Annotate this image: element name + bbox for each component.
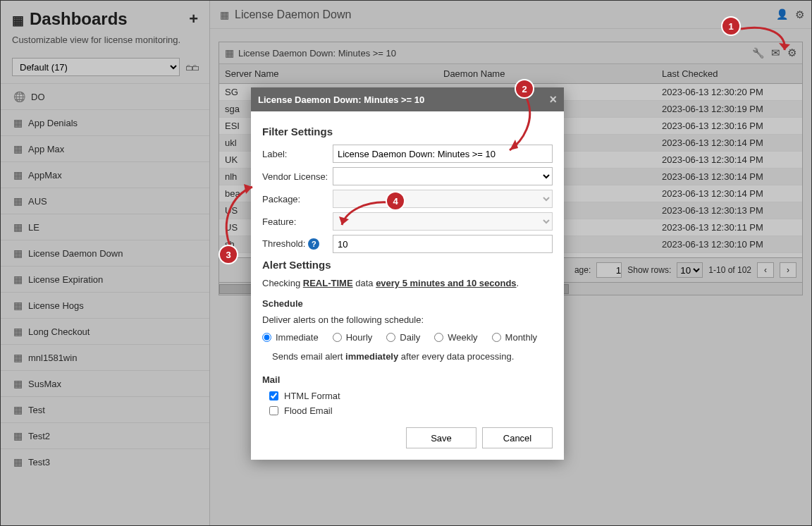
report-icon bbox=[13, 326, 23, 337]
label-label: Label: bbox=[262, 149, 333, 159]
settings-icon[interactable] bbox=[795, 8, 804, 21]
report-icon bbox=[13, 195, 23, 207]
sidebar-item-label: DO bbox=[31, 92, 45, 102]
package-select[interactable] bbox=[333, 190, 553, 208]
alert-heading: Alert Settings bbox=[262, 259, 553, 271]
schedule-option-immediate[interactable]: Immediate bbox=[262, 332, 319, 343]
report-icon bbox=[13, 117, 23, 128]
column-header[interactable]: Server Name bbox=[219, 64, 438, 84]
sidebar-item[interactable]: Test2 bbox=[1, 422, 209, 448]
folders-icon[interactable] bbox=[185, 62, 198, 73]
sidebar-title-text: Dashboards bbox=[30, 9, 128, 29]
mail-icon[interactable] bbox=[771, 47, 780, 59]
sidebar-item-label: License Daemon Down bbox=[28, 248, 123, 259]
schedule-option-daily[interactable]: Daily bbox=[386, 332, 420, 343]
sidebar-item[interactable]: App Denials bbox=[1, 109, 209, 135]
close-icon[interactable]: × bbox=[549, 93, 557, 106]
save-button[interactable]: Save bbox=[406, 427, 476, 448]
sidebar-item[interactable]: LE bbox=[1, 214, 209, 240]
feature-select[interactable] bbox=[333, 212, 553, 231]
mail-heading: Mail bbox=[262, 374, 553, 385]
dashboard-group-select[interactable]: Default (17) bbox=[12, 58, 180, 76]
panel-gear-icon[interactable] bbox=[787, 47, 796, 59]
rows-range: 1-10 of 102 bbox=[708, 265, 751, 275]
report-icon bbox=[13, 378, 23, 389]
help-icon[interactable]: ? bbox=[308, 238, 319, 250]
schedule-desc: Deliver alerts on the following schedule… bbox=[262, 314, 553, 325]
sidebar-item-label: LE bbox=[28, 222, 39, 233]
threshold-input[interactable] bbox=[333, 235, 553, 253]
modal-title: License Daemon Down: Minutes >= 10 bbox=[258, 94, 424, 105]
rows-label: Show rows: bbox=[627, 265, 671, 275]
feature-label: Feature: bbox=[262, 216, 333, 227]
globe-icon bbox=[13, 91, 25, 102]
sidebar-item-label: Test2 bbox=[28, 431, 50, 441]
sidebar-item[interactable]: DO bbox=[1, 83, 209, 109]
report-icon bbox=[220, 8, 229, 21]
panel-title: License Daemon Down: Minutes >= 10 bbox=[238, 48, 396, 59]
column-header[interactable]: Last Checked bbox=[656, 64, 802, 84]
marker-2: 2 bbox=[516, 80, 533, 97]
sidebar-item[interactable]: AUS bbox=[1, 188, 209, 214]
sidebar-item[interactable]: License Expiration bbox=[1, 266, 209, 292]
vendor-label: Vendor License: bbox=[262, 171, 333, 182]
page-title: License Daemon Down bbox=[235, 8, 351, 21]
user-icon[interactable] bbox=[776, 8, 788, 21]
label-input[interactable] bbox=[333, 145, 553, 163]
table-icon bbox=[225, 47, 234, 59]
report-icon bbox=[13, 352, 23, 363]
page-input[interactable] bbox=[596, 262, 622, 278]
sidebar-item-label: License Hogs bbox=[28, 300, 84, 311]
sidebar-item[interactable]: AppMax bbox=[1, 161, 209, 188]
main-header: License Daemon Down bbox=[210, 1, 811, 29]
report-icon bbox=[13, 404, 23, 415]
report-icon bbox=[13, 274, 23, 285]
vendor-select[interactable] bbox=[333, 167, 553, 185]
sidebar-item[interactable]: App Max bbox=[1, 135, 209, 161]
sidebar-item[interactable]: Test3 bbox=[1, 448, 209, 475]
marker-4: 4 bbox=[387, 192, 404, 209]
page-label: age: bbox=[574, 265, 591, 275]
report-icon bbox=[13, 430, 23, 441]
sidebar-item-label: mnl1581win bbox=[28, 353, 77, 363]
sidebar-subtitle: Customizable view for license monitoring… bbox=[1, 35, 209, 54]
schedule-option-hourly[interactable]: Hourly bbox=[333, 332, 373, 343]
html-format-checkbox[interactable]: HTML Format bbox=[269, 391, 553, 401]
column-header[interactable]: Daemon Name bbox=[438, 64, 656, 84]
alert-interval-text: Checking REAL-TIME data every 5 minutes … bbox=[262, 278, 553, 288]
report-icon bbox=[13, 456, 23, 467]
add-dashboard-button[interactable]: + bbox=[189, 10, 198, 28]
sidebar-item[interactable]: Test bbox=[1, 396, 209, 422]
sidebar-title: Dashboards bbox=[12, 9, 128, 29]
flood-email-checkbox[interactable]: Flood Email bbox=[269, 405, 553, 416]
filter-settings-modal: License Daemon Down: Minutes >= 10 × Fil… bbox=[251, 87, 564, 460]
schedule-radios: Immediate Hourly Daily Weekly Monthly bbox=[262, 332, 553, 343]
dashboard-icon bbox=[12, 9, 24, 29]
report-icon bbox=[13, 300, 23, 311]
sidebar-item-label: SusMax bbox=[28, 379, 61, 389]
sidebar-list: DOApp DenialsApp MaxAppMaxAUSLELicense D… bbox=[1, 83, 209, 475]
sidebar-item[interactable]: SusMax bbox=[1, 370, 209, 396]
sidebar-item-label: AUS bbox=[28, 196, 47, 207]
package-label: Package: bbox=[262, 194, 333, 204]
sidebar-item[interactable]: License Daemon Down bbox=[1, 240, 209, 266]
rows-select[interactable]: 10 bbox=[677, 262, 703, 278]
wrench-icon[interactable] bbox=[752, 47, 764, 59]
sidebar-item-label: App Max bbox=[28, 144, 64, 154]
report-icon bbox=[13, 221, 23, 233]
schedule-option-weekly[interactable]: Weekly bbox=[434, 332, 477, 343]
report-icon bbox=[13, 247, 23, 259]
sidebar: Dashboards + Customizable view for licen… bbox=[1, 1, 210, 525]
prev-page-button[interactable]: ‹ bbox=[757, 262, 774, 278]
marker-1: 1 bbox=[722, 18, 739, 35]
cancel-button[interactable]: Cancel bbox=[482, 427, 553, 448]
schedule-option-monthly[interactable]: Monthly bbox=[492, 332, 538, 343]
sidebar-item-label: Test bbox=[28, 405, 45, 415]
next-page-button[interactable]: › bbox=[780, 262, 796, 278]
sidebar-item[interactable]: License Hogs bbox=[1, 292, 209, 318]
schedule-heading: Schedule bbox=[262, 298, 553, 309]
threshold-label: Threshold:? bbox=[262, 238, 333, 250]
sidebar-item[interactable]: Long Checkout bbox=[1, 318, 209, 344]
sidebar-item[interactable]: mnl1581win bbox=[1, 344, 209, 370]
sidebar-item-label: App Denials bbox=[28, 118, 78, 128]
